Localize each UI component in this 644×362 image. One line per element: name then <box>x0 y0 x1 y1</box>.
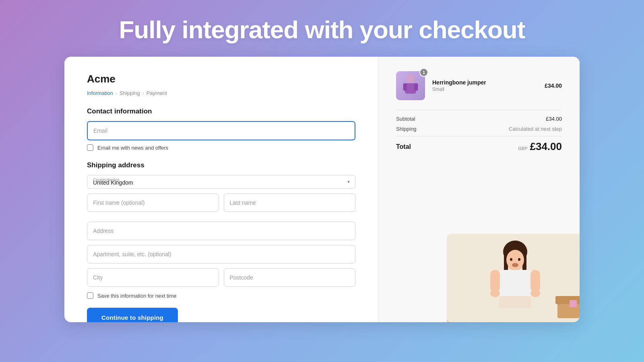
apartment-field[interactable] <box>87 245 355 263</box>
city-postcode-row <box>87 268 355 287</box>
total-value-group: GBP £34.00 <box>518 140 562 153</box>
postcode-field[interactable] <box>224 268 356 287</box>
svg-rect-2 <box>403 83 407 90</box>
divider-1 <box>396 110 562 110</box>
shipping-value: Calculated at next step <box>509 126 562 132</box>
left-panel: Acme Information › Shipping › Payment Co… <box>64 57 378 322</box>
continue-to-shipping-button[interactable]: Continue to shipping <box>87 308 178 322</box>
product-name: Herringbone jumper <box>432 79 537 86</box>
svg-point-16 <box>512 263 518 267</box>
svg-rect-12 <box>530 270 540 292</box>
person-illustration <box>447 234 580 322</box>
total-amount: £34.00 <box>530 140 562 153</box>
store-name: Acme <box>87 73 355 85</box>
breadcrumb: Information › Shipping › Payment <box>87 90 355 96</box>
city-field[interactable] <box>87 268 219 287</box>
address-section: Country/region United Kingdom United Sta… <box>87 175 355 287</box>
first-name-field[interactable] <box>87 193 219 212</box>
subtotal-value: £34.00 <box>546 116 562 122</box>
last-name-field[interactable] <box>224 193 356 212</box>
country-select[interactable]: United Kingdom United States Canada Aust… <box>87 175 355 189</box>
subtotal-label: Subtotal <box>396 116 415 122</box>
save-info-checkbox[interactable] <box>87 292 93 299</box>
breadcrumb-information[interactable]: Information <box>87 90 113 96</box>
newsletter-label[interactable]: Email me with news and offers <box>97 145 168 151</box>
right-panel: 1 Herringbone jumper Small £34.00 Subtot… <box>378 57 580 322</box>
subtotal-row: Subtotal £34.00 <box>396 116 562 122</box>
breadcrumb-sep-2: › <box>142 90 144 96</box>
person-placeholder <box>447 234 580 322</box>
total-label: Total <box>396 143 411 150</box>
shipping-label: Shipping <box>396 126 417 132</box>
svg-rect-21 <box>570 300 577 307</box>
address-field[interactable] <box>87 222 355 240</box>
contact-section-title: Contact information <box>87 107 355 115</box>
product-variant: Small <box>432 86 537 92</box>
product-info: Herringbone jumper Small <box>432 79 537 92</box>
svg-point-17 <box>510 258 512 261</box>
quantity-badge: 1 <box>419 68 428 77</box>
newsletter-checkbox[interactable] <box>87 144 93 151</box>
shipping-row: Shipping Calculated at next step <box>396 126 562 132</box>
product-price: £34.00 <box>545 82 562 89</box>
page-headline: Fully integrated with your checkout <box>119 15 525 44</box>
breadcrumb-payment[interactable]: Payment <box>147 90 167 96</box>
svg-point-0 <box>407 74 414 83</box>
svg-point-13 <box>490 289 500 297</box>
breadcrumb-shipping[interactable]: Shipping <box>120 90 140 96</box>
save-info-row: Save this information for next time <box>87 292 355 299</box>
save-info-label[interactable]: Save this information for next time <box>97 293 177 299</box>
person-image <box>447 230 580 322</box>
svg-rect-15 <box>499 296 531 308</box>
order-item: 1 Herringbone jumper Small £34.00 <box>396 71 562 100</box>
total-row: Total GBP £34.00 <box>396 136 562 153</box>
checkout-card: Acme Information › Shipping › Payment Co… <box>64 57 580 322</box>
shipping-section-title: Shipping address <box>87 161 355 169</box>
name-row <box>87 193 355 217</box>
svg-point-14 <box>530 289 540 297</box>
currency-code: GBP <box>518 146 527 151</box>
svg-rect-3 <box>414 83 418 90</box>
svg-point-18 <box>518 258 520 261</box>
product-image-wrapper: 1 <box>396 71 425 100</box>
svg-rect-11 <box>490 270 500 292</box>
country-select-wrapper: Country/region United Kingdom United Sta… <box>87 175 355 189</box>
newsletter-row: Email me with news and offers <box>87 144 355 151</box>
email-field[interactable] <box>87 121 355 140</box>
product-image-icon <box>400 74 421 98</box>
breadcrumb-sep-1: › <box>116 90 117 96</box>
